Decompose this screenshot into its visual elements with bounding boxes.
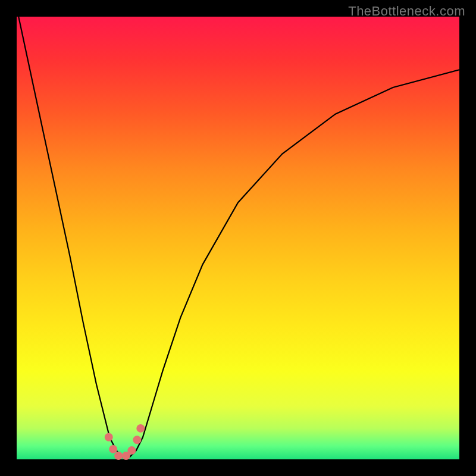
curve-marker [136,424,145,433]
curve-marker [133,436,141,444]
curve-marker [114,452,123,460]
curve-marker [109,445,117,453]
watermark-text: TheBottleneck.com [348,4,465,19]
bottleneck-curve [17,17,459,459]
curve-markers [105,424,145,460]
plot-area [17,17,459,459]
curve-path [17,8,459,457]
curve-marker [127,446,136,455]
curve-marker [105,433,113,441]
